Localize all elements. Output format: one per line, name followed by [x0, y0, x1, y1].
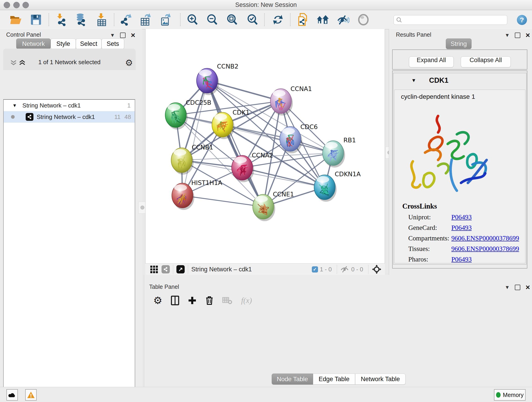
selected-checkbox-icon[interactable]: ✓: [312, 266, 318, 273]
zoom-selected-icon[interactable]: [246, 13, 259, 27]
memory-button[interactable]: Memory: [494, 389, 526, 401]
help-icon[interactable]: ?: [517, 15, 527, 25]
network-row-selected[interactable]: String Network – cdk1 11 48: [4, 111, 135, 123]
tab-style[interactable]: Style: [51, 38, 76, 49]
import-table-icon[interactable]: [95, 13, 109, 27]
view-toolbar-separator: [188, 265, 188, 274]
hidden-eye-icon[interactable]: [340, 266, 349, 273]
delete-table-icon-disabled: [222, 297, 232, 304]
crosslink-link[interactable]: 9606.ENSP00000378699: [451, 235, 519, 242]
collapse-panel-icon[interactable]: ▼: [505, 32, 510, 38]
crosslink-link[interactable]: P06493: [451, 255, 472, 263]
status-bar: Memory: [0, 387, 532, 402]
crosslink-row: Compartments:9606.ENSP00000378699: [394, 233, 525, 243]
fit-selected-crosshair-icon[interactable]: [372, 264, 382, 274]
tab-edge-table[interactable]: Edge Table: [313, 374, 355, 385]
export-image-icon[interactable]: [159, 13, 173, 27]
section-collapse-icon[interactable]: ▼: [411, 77, 416, 83]
network-collection-row[interactable]: ▼ String Network – cdk1 1: [4, 100, 135, 111]
copy-network-icon[interactable]: [296, 13, 310, 27]
toolbar-separator: [49, 13, 49, 26]
expand-all-button[interactable]: Expand All: [409, 56, 454, 67]
refresh-icon[interactable]: [271, 13, 285, 27]
add-column-icon[interactable]: [188, 296, 196, 305]
network-node-cdc6[interactable]: CDC6: [280, 123, 318, 153]
node-label-cdk1: CDK1: [233, 109, 250, 116]
network-share-icon[interactable]: [162, 265, 170, 274]
network-edge[interactable]: [182, 81, 207, 196]
node-label-hist1h1a: HIST1H1A: [191, 179, 222, 186]
crosslink-row: Pharos:P06493: [394, 254, 525, 264]
tab-node-table[interactable]: Node Table: [272, 374, 313, 385]
table-panel: Table Panel ▼ ✕ ⚙ f(x) shared namenameca…: [144, 275, 532, 387]
delete-column-icon[interactable]: [205, 296, 214, 305]
network-node-ccna2[interactable]: CCNA2: [232, 152, 273, 182]
table-panel-title: Table Panel: [149, 283, 179, 290]
show-columns-icon[interactable]: [171, 296, 179, 305]
close-panel-icon[interactable]: ✕: [131, 32, 136, 39]
main-toolbar: ?: [0, 10, 532, 29]
close-panel-icon[interactable]: ✕: [525, 284, 530, 291]
tab-network-table[interactable]: Network Table: [355, 374, 405, 385]
import-network-database-icon[interactable]: [75, 13, 88, 27]
network-canvas[interactable]: CCNB2CCNA1CDC25BCDK1CDC6RB1CCNB1CCNA2CDK…: [145, 29, 385, 263]
hidden-node-edge-counts: 0 - 0: [351, 266, 363, 273]
hide-selected-icon[interactable]: [336, 13, 350, 27]
float-panel-icon[interactable]: [120, 32, 126, 38]
float-panel-icon[interactable]: [515, 32, 520, 38]
results-panel-title: Results Panel: [396, 32, 431, 38]
application-window: Session: New Session: [0, 0, 532, 402]
network-options-gear-icon[interactable]: ⚙: [125, 58, 133, 68]
table-options-gear-icon[interactable]: ⚙: [153, 294, 162, 306]
collapse-all-button[interactable]: Collapse All: [461, 56, 511, 67]
crosslink-link[interactable]: P06493: [451, 224, 472, 231]
close-panel-icon[interactable]: ✕: [525, 32, 530, 39]
tab-network[interactable]: Network: [16, 38, 51, 49]
zoom-in-icon[interactable]: [186, 13, 199, 27]
node-label-ccne1: CCNE1: [273, 191, 294, 198]
zoom-fit-icon[interactable]: [225, 13, 239, 27]
collection-count: 1: [127, 102, 131, 109]
search-input[interactable]: [394, 15, 507, 25]
toolbar-separator: [114, 13, 114, 26]
window-title: Session: New Session: [0, 0, 532, 10]
tab-sets[interactable]: Sets: [101, 38, 124, 49]
network-edge[interactable]: [182, 196, 263, 207]
collapse-panel-icon[interactable]: ▼: [505, 284, 510, 290]
selected-node-edge-counts: 1 - 0: [320, 266, 332, 273]
save-session-icon[interactable]: [29, 13, 43, 27]
network-node-cdkn1a[interactable]: CDKN1A: [314, 171, 361, 202]
results-panel-header-buttons: ▼ ✕: [505, 31, 530, 40]
toolbar-separator: [180, 13, 181, 26]
open-in-window-icon[interactable]: ↗: [177, 265, 185, 274]
open-session-icon[interactable]: [9, 13, 23, 27]
tab-string[interactable]: String: [446, 38, 472, 49]
network-node-ccne1[interactable]: CCNE1: [253, 191, 294, 221]
first-neighbors-icon[interactable]: [317, 13, 330, 27]
warning-button[interactable]: [25, 389, 37, 401]
crosslink-label: Tissues:: [394, 245, 451, 253]
zoom-out-icon[interactable]: [205, 13, 219, 27]
network-node-cdk1[interactable]: CDK1: [212, 109, 250, 139]
gene-symbol: CDK1: [429, 76, 448, 85]
search-icon: [396, 17, 402, 23]
tree-expand-icon[interactable]: ▼: [12, 103, 17, 108]
crosslink-link[interactable]: 9606.ENSP00000378699: [451, 245, 519, 253]
show-all-icon[interactable]: [356, 13, 370, 27]
float-panel-icon[interactable]: [515, 285, 520, 290]
export-table-icon[interactable]: [139, 13, 153, 27]
cloud-button[interactable]: [6, 389, 18, 401]
gene-section-header[interactable]: ▼ CDK1: [393, 73, 526, 88]
tab-select[interactable]: Select: [76, 38, 101, 49]
export-network-icon[interactable]: [119, 13, 133, 27]
birdseye-grid-icon[interactable]: [150, 266, 158, 273]
collapse-panel-icon[interactable]: ▼: [110, 32, 115, 38]
import-network-file-icon[interactable]: [55, 13, 69, 27]
network-node-rb1[interactable]: RB1: [323, 137, 356, 167]
network-node-hist1h1a[interactable]: HIST1H1A: [172, 179, 222, 210]
left-splitter-grip[interactable]: [140, 206, 144, 210]
crosslink-label: Uniprot:: [394, 213, 451, 221]
network-type-icon: [26, 113, 33, 121]
crosslink-link[interactable]: P06493: [451, 213, 472, 221]
results-panel: Results Panel ▼ ✕ String Expand All Coll…: [389, 29, 532, 275]
